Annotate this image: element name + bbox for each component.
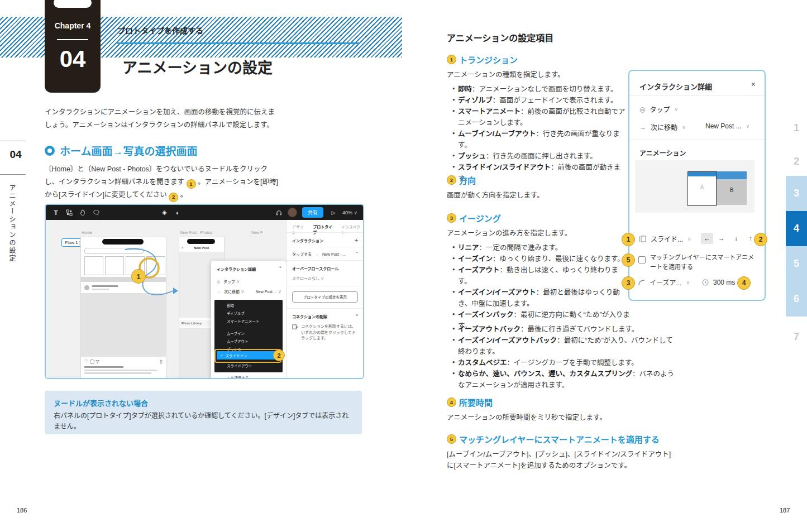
bullet-item: 即時：アニメーションなしで画面を切り替えます。 — [452, 84, 630, 95]
action-value: 次に移動 — [224, 290, 240, 294]
bullet-item: イーズイン：ゆっくり始まり、最後に速くなります。 — [452, 253, 631, 265]
arrow-right-icon: → — [639, 123, 646, 131]
menu-item[interactable]: スマートアニメート — [227, 318, 259, 324]
transition-value: スライド... — [651, 234, 683, 243]
hand-tool-icon[interactable] — [76, 209, 89, 217]
avatar[interactable] — [288, 208, 297, 217]
trigger-value: タップ — [223, 280, 235, 284]
tab-design[interactable]: デザイン — [292, 224, 307, 235]
section-title-text: 方向 — [459, 174, 476, 186]
bullet-item: なめらか、速い、バウンス、遅い、カスタムスプリング：バネのようなアニメーションが… — [452, 368, 676, 391]
transition-row[interactable]: スライド... ∨ — [638, 234, 691, 243]
figma-screenshot: T ◈ ◐ 共有 ▷ 40% ∨ — [45, 204, 364, 379]
canvas-step-badge-2: 2 — [273, 349, 285, 361]
chevron-down-icon: ∨ — [241, 289, 245, 294]
right-page-heading: アニメーションの設定項目 — [447, 31, 553, 44]
arrow-right-icon: → — [315, 252, 319, 256]
chapter-label: Chapter 4 — [45, 21, 101, 30]
section-title-direction: 2 方向 — [447, 174, 476, 186]
section-number-badge: 3 — [447, 213, 456, 223]
target-value: New Post ... — [256, 290, 277, 294]
bullet-item: イーズアウトバック：最後に行き過ぎてバウンドします。 — [452, 324, 676, 335]
series-title: プロトタイプを作成する — [117, 25, 203, 36]
series-underline — [117, 42, 360, 44]
audio-icon[interactable] — [273, 209, 286, 217]
note-title: ヌードルが表示されない場合 — [54, 397, 148, 408]
easing-row[interactable]: イーズア... ∨ 300 ms — [638, 277, 735, 287]
trigger-row[interactable]: ◎ タップ ∨ — [217, 279, 240, 284]
bullet-item: イーズイン/イーズアウト：最初と最後はゆっくり動き、中盤に加速します。 — [452, 287, 631, 309]
section-heading-text: ホーム画面→写真の選択画面 — [60, 143, 197, 158]
easing-curve-icon — [638, 279, 645, 286]
menu-item[interactable]: ムーブイン — [227, 330, 245, 336]
direction-down-button[interactable]: ↓ — [730, 233, 742, 244]
sidebar-divider — [0, 141, 26, 141]
bullet-item: スマートアニメート：前後の画面が比較され自動でアニメーションします。 — [452, 106, 630, 128]
overflow-dropdown[interactable]: スクロールなし ∨ — [292, 275, 324, 281]
chevron-down-icon: ∨ — [278, 289, 281, 294]
note-body: 右パネルの[プロトタイプ]タブが選択されているか確認してください。[デザイン]タ… — [54, 411, 350, 432]
section-body-part3: 。 — [180, 191, 188, 199]
checkbox[interactable] — [638, 256, 646, 263]
target-dropdown[interactable]: New Post ... ∨ — [705, 122, 749, 130]
tap-icon: ◎ — [639, 106, 645, 113]
prototype-settings-button[interactable]: プロトタイプの設定を表示 — [292, 291, 358, 303]
edge-tab-1: 1 — [786, 111, 807, 146]
interaction-row[interactable]: タップする → New Post - ... — [292, 251, 346, 257]
transition-menu: 即時 ディゾルブ スマートアニメート ムーブイン ムーブアウト プッシュ ✓ ス… — [214, 300, 283, 372]
menu-item[interactable]: 即時 — [227, 303, 234, 308]
page-number-left: 186 — [17, 507, 27, 514]
chevron-down-icon: ∨ — [236, 279, 240, 284]
menu-item[interactable]: ディゾルブ — [227, 310, 245, 316]
zoom-level-dropdown[interactable]: 40% ∨ — [342, 210, 357, 215]
target-value: New Post ... — [705, 122, 742, 130]
caption-bar — [84, 372, 151, 374]
section-title-text: イージング — [459, 212, 501, 224]
transition-bullet-list: 即時：アニメーションなしで画面を切り替えます。 ディゾルブ：画面がフェードインで… — [452, 84, 630, 184]
tab-inspect[interactable]: インスペクト — [341, 224, 364, 235]
close-icon[interactable]: × — [751, 80, 756, 89]
component-icon[interactable]: ◈ — [157, 209, 171, 216]
preview-window-b-titlebar — [717, 171, 747, 179]
action-value: 次に移動 — [651, 122, 677, 132]
edge-tab-5: 5 — [786, 246, 807, 281]
edge-tab-4-current: 4 — [786, 211, 807, 246]
close-icon[interactable]: × — [356, 313, 358, 317]
bullet-item: イーズアウト：動き出しは速く、ゆっくり終わります。 — [452, 265, 631, 287]
remove-interaction-icon[interactable]: − — [356, 251, 358, 255]
menu-item[interactable]: スライドアウト — [227, 363, 252, 368]
comment-tool-icon[interactable] — [89, 209, 103, 217]
duration-value: 300 ms — [713, 279, 735, 286]
action-row[interactable]: → 次に移動 ∨ — [217, 289, 245, 294]
action-row[interactable]: → 次に移動 ∨ — [639, 122, 686, 132]
preview-window-a: A — [687, 171, 717, 206]
bullet-item: ディゾルブ：画面がフェードインで表示されます。 — [452, 95, 630, 106]
panel-tabs: デザイン プロトタイプ インスペクト — [292, 224, 364, 235]
tab-prototype[interactable]: プロトタイプ — [313, 224, 336, 235]
section-heading: ホーム画面→写真の選択画面 — [45, 143, 197, 158]
edge-tab-3: 3 — [786, 176, 807, 211]
mask-icon[interactable]: ◐ — [171, 209, 184, 216]
present-play-icon[interactable]: ▷ — [327, 210, 340, 215]
trigger-row[interactable]: ◎ タップ ∨ — [639, 104, 678, 114]
inline-step-badge-2: 2 — [169, 193, 178, 202]
easing-bullet-list-a: リニア：一定の間隔で進みます。 イーズイン：ゆっくり始まり、最後に速くなります。… — [452, 242, 631, 332]
close-icon[interactable]: × — [279, 265, 281, 269]
smart-animate-checkbox-row[interactable]: マッチングレイヤーにスマートアニメートを適用する — [638, 253, 756, 272]
direction-left-button[interactable]: ← — [701, 233, 713, 244]
section-title-text: トランジション — [459, 54, 518, 65]
target-dropdown[interactable]: New Post ... ∨ — [256, 289, 281, 294]
bookmark-icon: ▯ — [160, 359, 163, 364]
share-button[interactable]: 共有 — [302, 207, 323, 218]
section-title-duration: 4 所要時間 — [447, 396, 493, 408]
preview-window-b: B — [717, 171, 747, 205]
menu-item[interactable]: ムーブアウト — [227, 338, 249, 344]
bullet-item: プッシュ：行き先の画面に押し出されます。 — [452, 151, 630, 162]
direction-right-button[interactable]: → — [715, 233, 728, 244]
text-tool-icon[interactable]: T — [49, 209, 63, 216]
section-number-badge: 4 — [447, 397, 456, 407]
add-interaction-icon[interactable]: + — [355, 237, 358, 243]
figure-badge-5: 5 — [622, 253, 635, 267]
slices-tool-icon[interactable] — [63, 209, 76, 216]
section-desc: 画面が動く方向を指定します。 — [447, 190, 544, 201]
